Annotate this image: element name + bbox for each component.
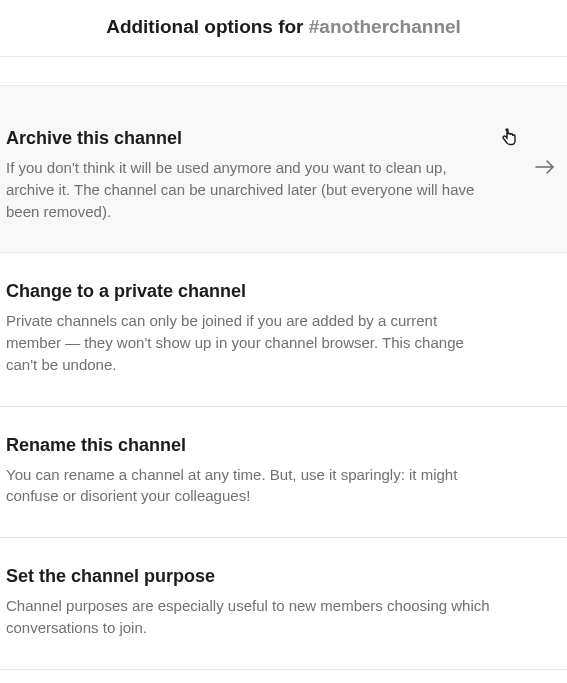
option-description: If you don't think it will be used anymo… xyxy=(6,157,496,222)
option-title: Archive this channel xyxy=(6,128,561,149)
option-title: Set the channel purpose xyxy=(6,566,561,587)
option-title: Rename this channel xyxy=(6,435,561,456)
option-archive-channel[interactable]: Archive this channel If you don't think … xyxy=(0,85,567,253)
option-rename-channel[interactable]: Rename this channel You can rename a cha… xyxy=(0,407,567,539)
title-prefix: Additional options for xyxy=(106,16,309,37)
dialog-title: Additional options for #anotherchannel xyxy=(106,16,461,37)
option-private-channel[interactable]: Change to a private channel Private chan… xyxy=(0,253,567,406)
pointer-cursor-icon xyxy=(501,128,517,150)
option-title: Change to a private channel xyxy=(6,281,561,302)
option-channel-purpose[interactable]: Set the channel purpose Channel purposes… xyxy=(0,538,567,670)
option-description: You can rename a channel at any time. Bu… xyxy=(6,464,496,508)
option-delete-channel[interactable]: Delete this channel Deleting a channel w… xyxy=(0,670,567,684)
option-description: Private channels can only be joined if y… xyxy=(6,310,496,375)
options-list: Archive this channel If you don't think … xyxy=(0,57,567,683)
option-description: Channel purposes are especially useful t… xyxy=(6,595,496,639)
dialog-header: Additional options for #anotherchannel xyxy=(0,0,567,57)
arrow-right-icon xyxy=(533,155,557,183)
channel-name: #anotherchannel xyxy=(309,16,461,37)
